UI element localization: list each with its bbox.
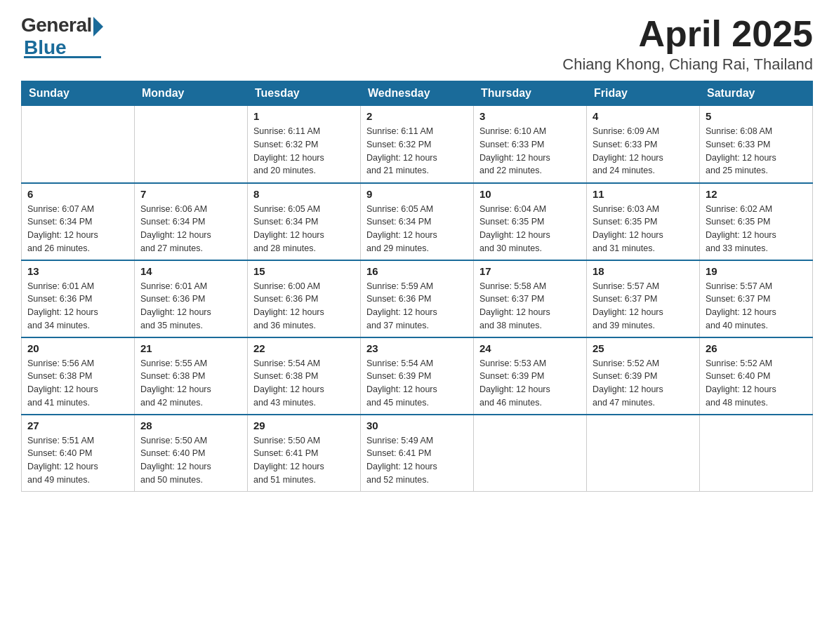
day-info: Sunrise: 5:54 AM Sunset: 6:39 PM Dayligh…	[366, 357, 468, 410]
calendar-cell	[587, 415, 700, 492]
day-info: Sunrise: 5:57 AM Sunset: 6:37 PM Dayligh…	[706, 280, 807, 333]
day-info: Sunrise: 6:11 AM Sunset: 6:32 PM Dayligh…	[366, 125, 468, 177]
calendar-cell: 6Sunrise: 6:07 AM Sunset: 6:34 PM Daylig…	[22, 183, 135, 260]
calendar-cell: 29Sunrise: 5:50 AM Sunset: 6:41 PM Dayli…	[248, 415, 361, 492]
calendar-cell: 30Sunrise: 5:49 AM Sunset: 6:41 PM Dayli…	[361, 415, 474, 492]
day-number: 18	[593, 265, 694, 277]
calendar-cell: 23Sunrise: 5:54 AM Sunset: 6:39 PM Dayli…	[361, 337, 474, 415]
day-info: Sunrise: 5:52 AM Sunset: 6:39 PM Dayligh…	[593, 357, 694, 410]
day-info: Sunrise: 6:00 AM Sunset: 6:36 PM Dayligh…	[253, 280, 355, 333]
calendar-cell: 5Sunrise: 6:08 AM Sunset: 6:33 PM Daylig…	[700, 106, 813, 183]
calendar-week-row: 13Sunrise: 6:01 AM Sunset: 6:36 PM Dayli…	[22, 260, 813, 337]
day-info: Sunrise: 6:08 AM Sunset: 6:33 PM Dayligh…	[706, 125, 807, 177]
calendar-cell: 24Sunrise: 5:53 AM Sunset: 6:39 PM Dayli…	[474, 337, 587, 415]
calendar-header-thursday: Thursday	[474, 81, 587, 106]
day-number: 25	[593, 342, 694, 354]
calendar-header-monday: Monday	[135, 81, 248, 106]
calendar-cell: 26Sunrise: 5:52 AM Sunset: 6:40 PM Dayli…	[700, 337, 813, 415]
day-number: 23	[366, 342, 468, 354]
day-number: 1	[253, 110, 355, 122]
calendar-cell	[135, 106, 248, 183]
calendar-cell: 28Sunrise: 5:50 AM Sunset: 6:40 PM Dayli…	[135, 415, 248, 492]
calendar-header-saturday: Saturday	[700, 81, 813, 106]
day-number: 26	[706, 342, 807, 354]
calendar-cell: 16Sunrise: 5:59 AM Sunset: 6:36 PM Dayli…	[361, 260, 474, 337]
page-location: Chiang Khong, Chiang Rai, Thailand	[562, 55, 813, 74]
day-info: Sunrise: 5:49 AM Sunset: 6:41 PM Dayligh…	[366, 434, 468, 487]
calendar-cell: 4Sunrise: 6:09 AM Sunset: 6:33 PM Daylig…	[587, 106, 700, 183]
day-number: 20	[27, 342, 128, 354]
day-number: 6	[27, 188, 128, 200]
day-number: 13	[27, 265, 128, 277]
day-number: 22	[253, 342, 355, 354]
day-number: 19	[706, 265, 807, 277]
day-number: 17	[479, 265, 581, 277]
day-number: 27	[27, 420, 128, 431]
calendar-week-row: 20Sunrise: 5:56 AM Sunset: 6:38 PM Dayli…	[22, 337, 813, 415]
calendar-cell: 2Sunrise: 6:11 AM Sunset: 6:32 PM Daylig…	[361, 106, 474, 183]
calendar-cell: 12Sunrise: 6:02 AM Sunset: 6:35 PM Dayli…	[700, 183, 813, 260]
calendar-cell	[700, 415, 813, 492]
calendar-cell: 21Sunrise: 5:55 AM Sunset: 6:38 PM Dayli…	[135, 337, 248, 415]
calendar-table: SundayMondayTuesdayWednesdayThursdayFrid…	[21, 81, 813, 492]
day-number: 8	[253, 188, 355, 200]
calendar-week-row: 6Sunrise: 6:07 AM Sunset: 6:34 PM Daylig…	[22, 183, 813, 260]
day-number: 16	[366, 265, 468, 277]
calendar-cell	[474, 415, 587, 492]
calendar-cell: 1Sunrise: 6:11 AM Sunset: 6:32 PM Daylig…	[248, 106, 361, 183]
calendar-header-tuesday: Tuesday	[248, 81, 361, 106]
day-number: 12	[706, 188, 807, 200]
day-number: 11	[593, 188, 694, 200]
day-number: 21	[140, 342, 241, 354]
day-info: Sunrise: 5:58 AM Sunset: 6:37 PM Dayligh…	[479, 280, 581, 333]
day-info: Sunrise: 6:07 AM Sunset: 6:34 PM Dayligh…	[27, 203, 128, 255]
day-number: 2	[366, 110, 468, 122]
calendar-cell: 8Sunrise: 6:05 AM Sunset: 6:34 PM Daylig…	[248, 183, 361, 260]
logo-general-text: General	[21, 14, 92, 36]
day-info: Sunrise: 6:05 AM Sunset: 6:34 PM Dayligh…	[253, 203, 355, 255]
day-info: Sunrise: 6:04 AM Sunset: 6:35 PM Dayligh…	[479, 203, 581, 255]
day-info: Sunrise: 6:11 AM Sunset: 6:32 PM Dayligh…	[253, 125, 355, 177]
day-number: 28	[140, 420, 241, 431]
calendar-cell: 17Sunrise: 5:58 AM Sunset: 6:37 PM Dayli…	[474, 260, 587, 337]
day-number: 29	[253, 420, 355, 431]
day-number: 15	[253, 265, 355, 277]
calendar-header-friday: Friday	[587, 81, 700, 106]
title-block: April 2025 Chiang Khong, Chiang Rai, Tha…	[562, 14, 813, 74]
day-info: Sunrise: 6:10 AM Sunset: 6:33 PM Dayligh…	[479, 125, 581, 177]
day-number: 24	[479, 342, 581, 354]
day-info: Sunrise: 5:53 AM Sunset: 6:39 PM Dayligh…	[479, 357, 581, 410]
calendar-cell: 18Sunrise: 5:57 AM Sunset: 6:37 PM Dayli…	[587, 260, 700, 337]
day-number: 4	[593, 110, 694, 122]
day-info: Sunrise: 5:57 AM Sunset: 6:37 PM Dayligh…	[593, 280, 694, 333]
day-number: 30	[366, 420, 468, 431]
day-info: Sunrise: 5:56 AM Sunset: 6:38 PM Dayligh…	[27, 357, 128, 410]
logo: General Blue	[21, 14, 103, 58]
day-info: Sunrise: 6:01 AM Sunset: 6:36 PM Dayligh…	[140, 280, 241, 333]
calendar-cell: 7Sunrise: 6:06 AM Sunset: 6:34 PM Daylig…	[135, 183, 248, 260]
calendar-cell: 15Sunrise: 6:00 AM Sunset: 6:36 PM Dayli…	[248, 260, 361, 337]
calendar-cell	[22, 106, 135, 183]
calendar-cell: 10Sunrise: 6:04 AM Sunset: 6:35 PM Dayli…	[474, 183, 587, 260]
day-number: 5	[706, 110, 807, 122]
calendar-header-row: SundayMondayTuesdayWednesdayThursdayFrid…	[22, 81, 813, 106]
day-info: Sunrise: 5:59 AM Sunset: 6:36 PM Dayligh…	[366, 280, 468, 333]
day-info: Sunrise: 6:09 AM Sunset: 6:33 PM Dayligh…	[593, 125, 694, 177]
day-number: 14	[140, 265, 241, 277]
calendar-cell: 25Sunrise: 5:52 AM Sunset: 6:39 PM Dayli…	[587, 337, 700, 415]
day-number: 3	[479, 110, 581, 122]
calendar-cell: 20Sunrise: 5:56 AM Sunset: 6:38 PM Dayli…	[22, 337, 135, 415]
calendar-cell: 9Sunrise: 6:05 AM Sunset: 6:34 PM Daylig…	[361, 183, 474, 260]
calendar-cell: 13Sunrise: 6:01 AM Sunset: 6:36 PM Dayli…	[22, 260, 135, 337]
day-info: Sunrise: 5:50 AM Sunset: 6:41 PM Dayligh…	[253, 434, 355, 487]
day-info: Sunrise: 6:06 AM Sunset: 6:34 PM Dayligh…	[140, 203, 241, 255]
calendar-week-row: 1Sunrise: 6:11 AM Sunset: 6:32 PM Daylig…	[22, 106, 813, 183]
day-info: Sunrise: 6:02 AM Sunset: 6:35 PM Dayligh…	[706, 203, 807, 255]
day-number: 10	[479, 188, 581, 200]
calendar-cell: 11Sunrise: 6:03 AM Sunset: 6:35 PM Dayli…	[587, 183, 700, 260]
calendar-week-row: 27Sunrise: 5:51 AM Sunset: 6:40 PM Dayli…	[22, 415, 813, 492]
page-title: April 2025	[562, 14, 813, 54]
day-info: Sunrise: 5:55 AM Sunset: 6:38 PM Dayligh…	[140, 357, 241, 410]
calendar-cell: 14Sunrise: 6:01 AM Sunset: 6:36 PM Dayli…	[135, 260, 248, 337]
day-info: Sunrise: 6:03 AM Sunset: 6:35 PM Dayligh…	[593, 203, 694, 255]
